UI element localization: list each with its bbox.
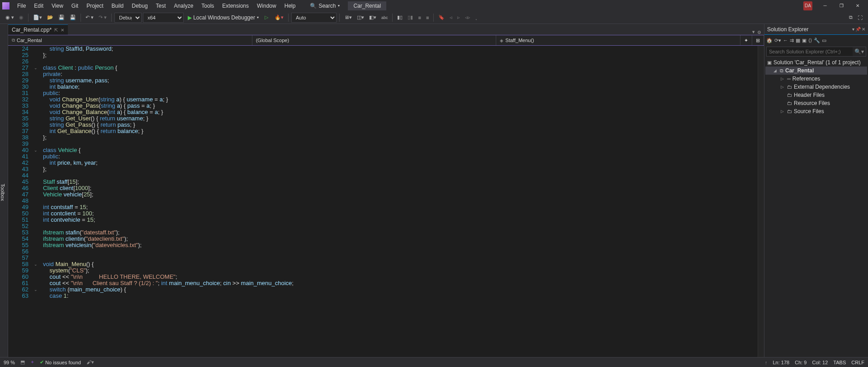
sol-search-box[interactable]: 🔍▾ bbox=[766, 47, 866, 57]
tb-item2[interactable]: ◫▾ bbox=[355, 14, 366, 21]
hotreload-button[interactable]: 🔥▾ bbox=[273, 14, 285, 21]
sol-collapse-icon[interactable]: ▣ bbox=[802, 38, 806, 43]
sol-project[interactable]: ◢ ⧉ Car_Rental bbox=[765, 67, 867, 75]
sol-root[interactable]: ▣ Solution 'Car_Rental' (1 of 1 project) bbox=[765, 58, 867, 67]
tb-abc[interactable]: abc bbox=[379, 14, 390, 21]
sol-search-input[interactable] bbox=[767, 47, 853, 56]
close-window-button[interactable]: ✕ bbox=[849, 0, 866, 11]
tb-indent[interactable]: ≡ bbox=[416, 14, 422, 21]
nav-back-button[interactable]: ◉ ▾ bbox=[4, 14, 16, 21]
nav-split-button[interactable]: ✦ bbox=[740, 35, 752, 45]
tab-dropdown[interactable]: ▾ bbox=[752, 29, 755, 35]
issues-status[interactable]: ✔ No issues found bbox=[40, 359, 81, 365]
sol-external-deps[interactable]: ▷ 🗀 External Dependencies bbox=[765, 83, 867, 91]
expand-arrow-icon[interactable]: ◢ bbox=[773, 68, 778, 73]
start-nodebug-button[interactable]: ▷ bbox=[263, 14, 271, 21]
nav-project-select[interactable]: ⧉ Car_Rental bbox=[8, 35, 252, 45]
status-icon2[interactable]: ✦ bbox=[30, 359, 34, 365]
status-icon1[interactable]: ⬒ bbox=[20, 359, 25, 365]
sol-showall-icon[interactable]: ▦ bbox=[796, 38, 800, 43]
nav-project-label: Car_Rental bbox=[17, 38, 42, 43]
sol-dropdown-icon[interactable]: ▾ bbox=[852, 27, 854, 32]
sol-pin-icon[interactable]: 📌 bbox=[855, 27, 861, 32]
tb-browserlink[interactable]: 🖥▾ bbox=[342, 14, 354, 21]
user-avatar[interactable]: DA bbox=[803, 1, 812, 10]
redo-button[interactable]: ↷ ▾ bbox=[97, 14, 109, 21]
menu-git[interactable]: Git bbox=[67, 1, 82, 11]
tb-feedback[interactable]: ⛶ bbox=[856, 14, 864, 21]
open-file-button[interactable]: 📂 bbox=[45, 14, 55, 21]
menu-analyze[interactable]: Analyze bbox=[170, 1, 198, 11]
code-editor[interactable]: 2425262728293031323334353637383940414243… bbox=[8, 46, 764, 357]
debug-target-select[interactable]: Auto bbox=[291, 13, 337, 23]
close-tab-button[interactable]: ✕ bbox=[61, 28, 64, 33]
menu-help[interactable]: Help bbox=[280, 1, 300, 11]
restore-button[interactable]: ❐ bbox=[833, 0, 849, 11]
sol-close-icon[interactable]: ✕ bbox=[862, 27, 865, 32]
zoom-level[interactable]: 99 % bbox=[4, 360, 15, 365]
status-arrow-up[interactable]: ↑ bbox=[765, 360, 768, 365]
collapsed-arrow-icon[interactable]: ▷ bbox=[781, 85, 785, 89]
search-icon[interactable]: 🔍▾ bbox=[853, 47, 866, 56]
nav-fwd-button[interactable]: ◉ bbox=[17, 14, 25, 21]
menu-edit[interactable]: Edit bbox=[30, 1, 47, 11]
collapsed-arrow-icon[interactable]: ▷ bbox=[781, 109, 785, 114]
tb-liveshare[interactable]: ⧉ bbox=[847, 14, 854, 21]
menu-file[interactable]: File bbox=[13, 1, 30, 11]
solution-config-select[interactable]: Debug bbox=[114, 13, 142, 23]
menu-debug[interactable]: Debug bbox=[128, 1, 152, 11]
sol-source-files[interactable]: ▷ 🗀 Source Files bbox=[765, 107, 867, 115]
toolbox-panel-tab[interactable]: Toolbox bbox=[0, 24, 8, 357]
menu-window[interactable]: Window bbox=[253, 1, 280, 11]
menu-project[interactable]: Project bbox=[82, 1, 107, 11]
sol-properties-icon[interactable]: 🔧 bbox=[814, 38, 820, 43]
tb-overflow[interactable]: ˯ bbox=[474, 14, 479, 21]
tb-uncomment[interactable]: ▯▮ bbox=[406, 14, 415, 21]
doc-tab-car-rental[interactable]: Car_Rental.cpp* ⇱ ✕ bbox=[8, 24, 68, 35]
sol-switch-icon[interactable]: ⇉ bbox=[790, 38, 794, 43]
tb-outdent[interactable]: ≡ bbox=[424, 14, 431, 21]
sol-root-label: Solution 'Car_Rental' (1 of 1 project) bbox=[773, 59, 861, 66]
tb-bm-next[interactable]: ▹ bbox=[455, 14, 462, 21]
menu-tools[interactable]: Tools bbox=[197, 1, 218, 11]
tab-settings-icon[interactable]: ⚙ bbox=[757, 30, 761, 35]
nav-expand-button[interactable]: ⊞ bbox=[752, 35, 764, 45]
new-project-button[interactable]: 📄▾ bbox=[31, 14, 44, 21]
menu-build[interactable]: Build bbox=[108, 1, 128, 11]
sol-preview-icon[interactable]: ▭ bbox=[822, 38, 826, 43]
tb-bookmark[interactable]: 🔖 bbox=[436, 14, 446, 21]
menu-view[interactable]: View bbox=[47, 1, 67, 11]
scroll-map[interactable] bbox=[758, 46, 764, 357]
sol-references[interactable]: ▷ ▫▫ References bbox=[765, 75, 867, 83]
search-box[interactable]: 🔍 Search ▾ bbox=[306, 2, 343, 10]
sol-code-icon[interactable]: ⟨⟩ bbox=[808, 38, 812, 43]
sol-sync-icon[interactable]: ⟳▾ bbox=[774, 38, 781, 43]
tb-item3[interactable]: ◧▾ bbox=[367, 14, 378, 21]
solution-platform-select[interactable]: x64 bbox=[143, 13, 184, 23]
sol-home-icon[interactable]: 🏠 bbox=[766, 38, 773, 43]
tb-bm-clear[interactable]: ◃▹ bbox=[463, 14, 472, 21]
sol-resource-files[interactable]: 🗀 Resource Files bbox=[765, 99, 867, 107]
minimize-button[interactable]: ─ bbox=[817, 0, 833, 11]
tb-comment-out[interactable]: ▮▯ bbox=[395, 14, 404, 21]
status-brush-icon[interactable]: 🖌▾ bbox=[86, 359, 94, 365]
nav-member-select[interactable]: ◈ Staff_Menu() bbox=[496, 35, 740, 45]
status-ln[interactable]: Ln: 178 bbox=[773, 360, 789, 365]
sol-header-files[interactable]: 🗀 Header Files bbox=[765, 91, 867, 99]
status-col[interactable]: Col: 12 bbox=[812, 360, 828, 365]
status-crlf[interactable]: CRLF bbox=[851, 360, 864, 365]
pin-icon[interactable]: ⇱ bbox=[54, 28, 58, 33]
save-all-button[interactable]: 💾 bbox=[68, 14, 78, 21]
tb-bm-prev[interactable]: ◃ bbox=[448, 14, 454, 21]
sol-back-icon[interactable]: ← bbox=[783, 38, 788, 43]
start-debug-button[interactable]: ▶ Local Windows Debugger ▾ bbox=[185, 14, 261, 22]
save-button[interactable]: 💾 bbox=[57, 14, 66, 21]
menu-extensions[interactable]: Extensions bbox=[218, 1, 253, 11]
status-tabs[interactable]: TABS bbox=[833, 360, 846, 365]
app-title-tab[interactable]: Car_Rental bbox=[348, 1, 386, 10]
status-ch[interactable]: Ch: 9 bbox=[795, 360, 806, 365]
nav-scope-select[interactable]: (Global Scope) bbox=[252, 35, 497, 45]
menu-test[interactable]: Test bbox=[152, 1, 170, 11]
collapsed-arrow-icon[interactable]: ▷ bbox=[781, 76, 785, 81]
undo-button[interactable]: ↶ ▾ bbox=[84, 14, 95, 21]
